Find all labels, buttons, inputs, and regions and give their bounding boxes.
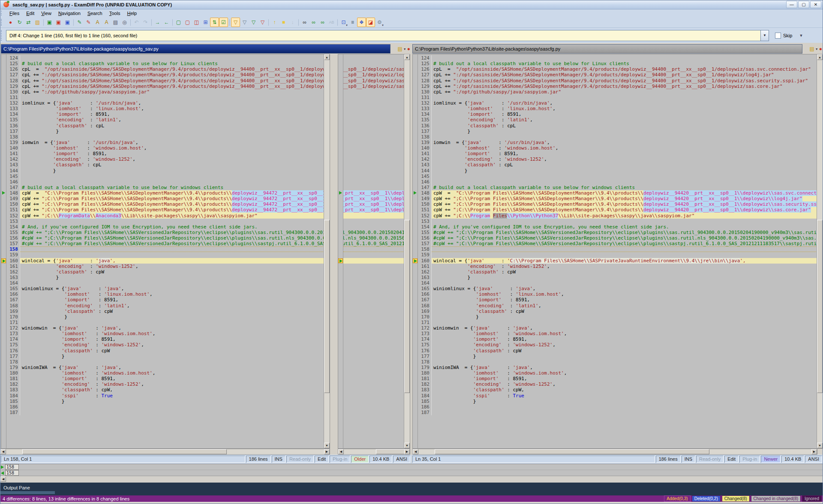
find-next-icon[interactable]: ∞ xyxy=(309,18,318,27)
line-inspector-icon[interactable]: ≡ xyxy=(348,18,357,27)
left-main-scroll-up-button[interactable]: ▲ xyxy=(324,54,330,60)
current-change-icon[interactable]: ■ xyxy=(279,18,288,27)
code-text: } xyxy=(432,354,817,359)
show-first-pane-icon[interactable]: ▢ xyxy=(174,18,183,27)
copy-to-first-icon[interactable]: A xyxy=(93,18,102,27)
left-editor-split[interactable]: # build out a local classpath variable t… xyxy=(338,54,410,449)
code-content: cpL += ":/opt/sasinside/SASHome/SASDeplo… xyxy=(433,78,808,84)
show-second-pane-icon[interactable]: ▢ xyxy=(183,18,192,27)
swap-panes-icon[interactable]: ⇄ xyxy=(24,18,33,27)
right-scroll-up-button[interactable]: ▲ xyxy=(817,54,823,60)
left-editor-main[interactable]: 124125# build out a local classpath vari… xyxy=(1,54,330,449)
hsB-right-button[interactable]: ▶ xyxy=(404,449,410,454)
left-hscrollbar[interactable]: ◀▶ xyxy=(0,449,330,455)
menu-files[interactable]: Files xyxy=(6,10,23,16)
copy-to-second-icon[interactable]: A xyxy=(102,18,111,27)
compare-files-icon[interactable]: ● xyxy=(6,18,15,27)
hsA-right-button[interactable]: ▶ xyxy=(324,449,330,454)
minimize-button[interactable]: — xyxy=(786,1,797,8)
maximize-button[interactable]: ▢ xyxy=(798,1,809,8)
left-split-scroll-up-button[interactable]: ▲ xyxy=(404,54,410,60)
filter-exclude-icon[interactable]: ▽ xyxy=(258,18,267,27)
display-options-icon[interactable]: ⊡▼ xyxy=(339,18,348,27)
right-copy-path-icon[interactable]: ▤ xyxy=(809,46,814,52)
next-change-icon[interactable]: ↓ xyxy=(288,18,297,27)
hsB-thumb[interactable] xyxy=(376,449,408,454)
menu-view[interactable]: View xyxy=(38,10,55,16)
left-main-scroll-down-button[interactable]: ▼ xyxy=(324,443,330,448)
hsC-right-button[interactable]: ▶ xyxy=(811,449,817,454)
find-icon[interactable]: ∞ xyxy=(300,18,309,27)
split-view-icon[interactable]: ◫ xyxy=(192,18,201,27)
line-number: 177 xyxy=(6,354,20,359)
code-content: 'iomport' : 8591, xyxy=(22,376,116,381)
right-scroll-down-button[interactable]: ▼ xyxy=(817,443,823,448)
print-preview-icon[interactable]: ◎ xyxy=(120,18,129,27)
diffbar-overflow-chevron[interactable]: ▼ xyxy=(799,33,803,38)
menu-navigation[interactable]: Navigation xyxy=(55,10,84,16)
undo-icon[interactable]: ↶ xyxy=(132,18,141,27)
left-split-scroll-thumb[interactable] xyxy=(404,220,410,393)
menu-help[interactable]: Help xyxy=(123,10,140,16)
toolbar-grip[interactable] xyxy=(1,19,3,26)
save-first-icon[interactable]: ▣ xyxy=(45,18,54,27)
edit-first-icon[interactable]: ✎ xyxy=(75,18,84,27)
status-field-plug-in: Plug-in xyxy=(739,456,760,463)
diffbar-grip[interactable] xyxy=(1,30,3,41)
hsA-thumb[interactable] xyxy=(22,449,226,454)
prev-difference-icon[interactable]: ← xyxy=(162,18,171,27)
menu-search[interactable]: Search xyxy=(84,10,106,16)
left-split-scroll-down-button[interactable]: ▼ xyxy=(404,443,410,448)
save-second-icon[interactable]: ▣ xyxy=(54,18,63,27)
right-vscrollbar[interactable]: ▲▼ xyxy=(817,54,823,448)
print-icon[interactable]: ▤ xyxy=(111,18,120,27)
inspector-hscrollbar[interactable]: ◀ xyxy=(0,476,823,483)
hsC-thumb[interactable] xyxy=(435,449,709,454)
show-diffs-only-icon[interactable]: ☑ xyxy=(219,18,228,27)
filter-edit-icon[interactable]: ▽ xyxy=(231,18,240,27)
right-copy-path-dropdown[interactable]: ▼ xyxy=(815,48,818,51)
plugins-icon[interactable]: ❖ xyxy=(357,18,366,27)
close-button[interactable]: ✕ xyxy=(810,1,821,8)
skip-checkbox[interactable] xyxy=(775,33,781,39)
prev-change-icon[interactable]: ↑ xyxy=(270,18,279,27)
menu-edit[interactable]: Edit xyxy=(23,10,38,16)
tile-view-icon[interactable]: ⊞ xyxy=(201,18,210,27)
line-number: 181 xyxy=(6,376,20,381)
diff-combo-dropdown[interactable]: ▼ xyxy=(760,30,769,41)
code-content: #cpW += ";C:\\Program Files\\SASHome\\SA… xyxy=(433,230,817,235)
hsA-left-button[interactable]: ◀ xyxy=(0,449,6,454)
menu-grip[interactable] xyxy=(1,11,3,16)
line-number: 169 xyxy=(418,309,432,314)
filter-include-icon[interactable]: ▽ xyxy=(249,18,258,27)
edit-second-icon[interactable]: ✎ xyxy=(84,18,93,27)
right-hscrollbar[interactable]: ◀▶ xyxy=(412,449,817,455)
options-icon[interactable]: ⚙▼ xyxy=(375,18,384,27)
right-scroll-thumb[interactable] xyxy=(817,220,823,393)
left-main-scroll-thumb[interactable] xyxy=(324,220,330,393)
left-main-vscrollbar[interactable]: ▲▼ xyxy=(324,54,330,448)
diff-combo[interactable]: Diff 4: Change 1 line (160, first file) … xyxy=(6,30,769,41)
recompare-icon[interactable]: ↻ xyxy=(15,18,24,27)
left-split-hscrollbar[interactable]: ◀▶ xyxy=(338,449,410,455)
hsC-left-button[interactable]: ◀ xyxy=(413,449,418,454)
menu-tools[interactable]: Tools xyxy=(106,10,124,16)
inspector-scroll-left-button[interactable]: ◀ xyxy=(0,477,6,482)
left-split-vscrollbar[interactable]: ▲▼ xyxy=(404,54,410,448)
options-icon-dropdown[interactable]: ▼ xyxy=(381,24,384,27)
next-difference-icon[interactable]: → xyxy=(153,18,162,27)
open-files-icon[interactable]: ▨ xyxy=(33,18,42,27)
left-copy-path-dropdown[interactable]: ▼ xyxy=(403,48,406,51)
left-copy-path-icon[interactable]: ▤ xyxy=(397,46,402,52)
report-icon[interactable]: ◪ xyxy=(366,18,375,27)
match-word-icon[interactable]: AB xyxy=(327,18,336,27)
right-editor[interactable]: 124125# build out a local classpath vari… xyxy=(412,54,823,449)
find-prev-icon[interactable]: ∞ xyxy=(318,18,327,27)
sync-scroll-icon[interactable]: ⇅ xyxy=(210,18,219,27)
filter-icon[interactable]: ▽ xyxy=(240,18,249,27)
hsB-left-button[interactable]: ◀ xyxy=(338,449,344,454)
save-both-icon[interactable]: ▣ xyxy=(63,18,72,27)
redo-icon[interactable]: ↷ xyxy=(141,18,150,27)
output-pane-tab[interactable] xyxy=(0,491,55,494)
line-number: 176 xyxy=(6,348,20,354)
